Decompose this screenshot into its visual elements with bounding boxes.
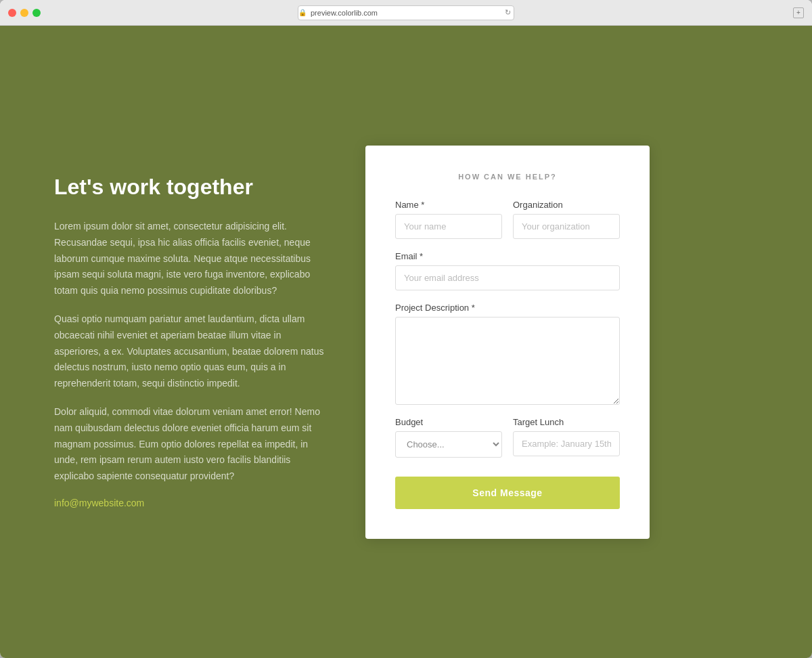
paragraph-1: Lorem ipsum dolor sit amet, consectetur … bbox=[54, 219, 325, 299]
target-input[interactable] bbox=[513, 431, 620, 456]
budget-label: Budget bbox=[395, 417, 502, 427]
maximize-button[interactable] bbox=[32, 9, 41, 17]
browser-window: 🔒 preview.colorlib.com ↻ + Let's work to… bbox=[0, 0, 812, 658]
main-content: Let's work together Lorem ipsum dolor si… bbox=[0, 26, 812, 658]
project-label: Project Description * bbox=[395, 303, 620, 313]
paragraph-3: Dolor aliquid, commodi vitae dolorum ven… bbox=[54, 404, 325, 485]
new-tab-button[interactable]: + bbox=[793, 7, 804, 18]
name-org-row: Name * Organization bbox=[395, 200, 620, 239]
lock-icon: 🔒 bbox=[298, 9, 307, 16]
paragraph-2: Quasi optio numquam pariatur amet laudan… bbox=[54, 311, 325, 392]
email-group: Email * bbox=[395, 251, 620, 290]
traffic-lights bbox=[8, 9, 41, 17]
left-column: Let's work together Lorem ipsum dolor si… bbox=[54, 175, 325, 509]
close-button[interactable] bbox=[8, 9, 16, 17]
browser-chrome: 🔒 preview.colorlib.com ↻ + bbox=[0, 0, 812, 26]
name-label: Name * bbox=[395, 200, 502, 210]
form-heading: HOW CAN WE HELP? bbox=[395, 173, 620, 181]
budget-select[interactable]: Choose... < $5,000 $5,000 - $10,000 $10,… bbox=[395, 431, 502, 458]
form-card: HOW CAN WE HELP? Name * Organization Ema… bbox=[365, 146, 650, 539]
name-input[interactable] bbox=[395, 214, 502, 239]
org-group: Organization bbox=[513, 200, 620, 239]
org-label: Organization bbox=[513, 200, 620, 210]
target-group: Target Lunch bbox=[513, 417, 620, 458]
submit-button[interactable]: Send Message bbox=[395, 477, 620, 509]
email-link[interactable]: info@mywebsite.com bbox=[54, 498, 144, 508]
email-input[interactable] bbox=[395, 265, 620, 290]
budget-target-row: Budget Choose... < $5,000 $5,000 - $10,0… bbox=[395, 417, 620, 458]
minimize-button[interactable] bbox=[20, 9, 28, 17]
reload-icon[interactable]: ↻ bbox=[505, 8, 511, 17]
page-heading: Let's work together bbox=[54, 175, 325, 200]
project-textarea[interactable] bbox=[395, 317, 620, 405]
address-bar[interactable]: 🔒 preview.colorlib.com ↻ bbox=[298, 5, 514, 20]
org-input[interactable] bbox=[513, 214, 620, 239]
project-group: Project Description * bbox=[395, 303, 620, 405]
target-label: Target Lunch bbox=[513, 417, 620, 427]
email-label: Email * bbox=[395, 251, 620, 261]
name-group: Name * bbox=[395, 200, 502, 239]
budget-group: Budget Choose... < $5,000 $5,000 - $10,0… bbox=[395, 417, 502, 458]
url-text: preview.colorlib.com bbox=[311, 9, 378, 17]
